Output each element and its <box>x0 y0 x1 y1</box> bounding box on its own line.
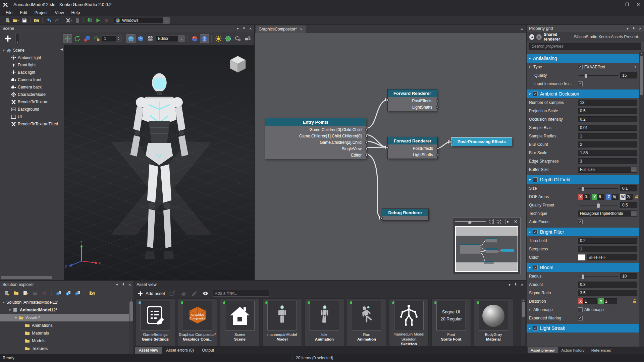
section-header-bloom[interactable]: ▾✓Bloom <box>527 263 639 272</box>
expander-icon[interactable]: ▸ <box>529 308 533 311</box>
output-port[interactable] <box>365 134 368 137</box>
output-port[interactable] <box>365 147 368 150</box>
spinner-arrows[interactable]: ▲▼ <box>116 36 121 42</box>
eye-button[interactable] <box>202 290 209 297</box>
close-icon[interactable]: ✕ <box>639 27 642 31</box>
input-port[interactable] <box>380 217 383 220</box>
scroll-thumb[interactable] <box>522 302 525 317</box>
tab-action-history[interactable]: Action history <box>558 347 588 353</box>
scroll-up-icon[interactable]: ▲ <box>130 298 132 301</box>
solution-scrollbar[interactable]: ▲ <box>129 298 133 354</box>
scene-tree-item-back-light[interactable]: Back light <box>0 69 64 76</box>
pin-icon[interactable] <box>632 27 636 31</box>
asset-tile-bodygray[interactable]: BodyGrayMaterial <box>474 298 513 346</box>
property-grid-scrollbar[interactable]: ▲ <box>639 52 644 347</box>
graph-canvas[interactable]: Forward RendererPostEffectsLightShaftsEn… <box>255 33 526 280</box>
asset-tile-idle[interactable]: IdleAnimation <box>305 298 344 346</box>
pin-icon[interactable] <box>121 283 125 287</box>
forward-button[interactable]: ► <box>536 34 541 40</box>
vector-component-y[interactable]: Y6 <box>592 194 604 200</box>
text-field[interactable]: 0.5 <box>578 108 637 114</box>
chevron-down-icon[interactable]: ▾ <box>71 19 72 22</box>
add-asset-button[interactable]: Add asset <box>138 291 165 296</box>
solution-item-materials[interactable]: Materials <box>0 329 129 337</box>
asset-tile-gamesettings[interactable]: GameSettingsGame Settings <box>136 298 175 346</box>
scale-button[interactable] <box>83 34 92 43</box>
platform-selector[interactable]: Windows⌄ <box>114 17 170 24</box>
tab-asset-view[interactable]: Asset view <box>135 347 162 354</box>
folder-open-tb-button[interactable]: ▾ <box>12 17 20 24</box>
scene-tree-hscrollbar[interactable] <box>1 276 52 279</box>
menu-item-help[interactable]: Help <box>67 10 84 16</box>
gizmo-options-strip[interactable]: ▾ <box>15 33 20 44</box>
slider-thumb[interactable] <box>581 186 585 191</box>
expander-icon[interactable]: ▾ <box>529 92 531 96</box>
solution-item-solution-animatedmodel12[interactable]: ▾Solution 'AnimatedModel12' <box>0 298 129 306</box>
slider[interactable] <box>578 202 619 208</box>
graph-node-fr2[interactable]: Forward RendererPostEffectsLightShafts <box>387 137 438 159</box>
viewport-3d[interactable]: Y X Z <box>64 45 254 280</box>
close-icon[interactable]: ✕ <box>128 283 131 287</box>
input-port[interactable] <box>449 140 452 143</box>
view-mode-dropdown[interactable]: Editor⌄ <box>156 35 185 42</box>
text-field[interactable]: 1 <box>578 133 637 139</box>
environment-sphere-button[interactable] <box>224 34 233 43</box>
package-star-button[interactable] <box>3 289 11 297</box>
minimize-button[interactable]: — <box>610 1 621 9</box>
slider[interactable] <box>578 185 619 191</box>
expander-icon[interactable]: ▾ <box>529 57 531 60</box>
checkbox[interactable]: ✓ <box>578 81 583 86</box>
vector-component-z[interactable]: Z5( <box>606 194 619 200</box>
checkbox[interactable]: ✓ <box>533 326 538 330</box>
asset-scrollbar[interactable]: ▲ <box>521 299 525 346</box>
material-sphere-button[interactable] <box>190 34 199 43</box>
expander-icon[interactable]: ▾ <box>1 49 6 52</box>
fit-view-icon[interactable] <box>489 219 494 224</box>
slider-value[interactable]: 0.5 <box>620 202 637 208</box>
render-mode-button[interactable] <box>146 34 155 43</box>
package-new-button[interactable] <box>3 17 12 24</box>
tab-asset-preview[interactable]: Asset preview <box>528 347 558 353</box>
expander-icon[interactable]: ▾ <box>529 230 531 234</box>
scroll-up-icon[interactable]: ▲ <box>522 299 524 301</box>
slider-thumb[interactable] <box>581 274 585 279</box>
output-port[interactable] <box>436 147 439 150</box>
panel-menu-icon[interactable]: ▾ <box>509 283 511 287</box>
chevron-down-icon[interactable]: ⌄ <box>631 167 637 172</box>
snap-translate-button[interactable] <box>92 34 101 43</box>
graph-node-entry[interactable]: Entry PointsGame.Children[0].Child.Child… <box>265 118 366 159</box>
input-port[interactable] <box>386 99 389 102</box>
solution-item-animatedmodel12[interactable]: ▾AnimatedModel12* <box>0 306 129 314</box>
rotate-button[interactable] <box>73 34 82 43</box>
asset-tile-run[interactable]: RunAnimation <box>347 298 386 346</box>
dropdown-field[interactable]: HexagonalTripleRhombi⌄ <box>578 210 637 217</box>
tab-graphics-compositor[interactable]: GraphicsCompositor* ✕ <box>256 25 306 33</box>
panel-menu-icon[interactable]: ▾ <box>116 283 118 287</box>
scene-tree-item-front-light[interactable]: Front light <box>0 61 64 69</box>
cube-button[interactable] <box>136 34 145 43</box>
chevron-down-icon[interactable]: ▾ <box>634 65 636 69</box>
tab-asset-errors-0[interactable]: Asset errors (0) <box>162 347 198 354</box>
slider-value[interactable]: 10 <box>620 273 637 279</box>
build-button[interactable]: 0110 <box>85 17 94 24</box>
wireframe-sphere-button[interactable] <box>200 34 209 43</box>
remove-item-button[interactable] <box>73 289 82 297</box>
chevron-down-icon[interactable]: ▾ <box>18 19 19 22</box>
expander-icon[interactable]: ▾ <box>529 65 533 69</box>
text-field[interactable]: 0.2 <box>578 116 637 122</box>
vector-component-w[interactable]: W2( <box>620 194 633 200</box>
back-button[interactable]: ◄ <box>529 34 534 40</box>
asset-tile-mannequinmodel[interactable]: mannequinModelModel <box>262 298 302 346</box>
text-field[interactable]: 1.85 <box>578 150 637 156</box>
checkbox[interactable]: ✓ <box>578 65 583 69</box>
expander-icon[interactable]: ▾ <box>13 316 18 319</box>
play-button[interactable] <box>94 17 102 24</box>
lock-icon[interactable] <box>634 194 639 199</box>
translate-button[interactable] <box>63 34 72 43</box>
expander-icon[interactable]: ▾ <box>529 178 531 182</box>
menu-item-project[interactable]: Project <box>31 10 51 16</box>
pin-icon[interactable] <box>514 283 518 287</box>
section-header-ambient-occlusion[interactable]: ▾✓Ambient Occlusion <box>527 89 639 98</box>
tab-output[interactable]: Output <box>198 347 218 354</box>
output-port[interactable] <box>365 154 368 157</box>
